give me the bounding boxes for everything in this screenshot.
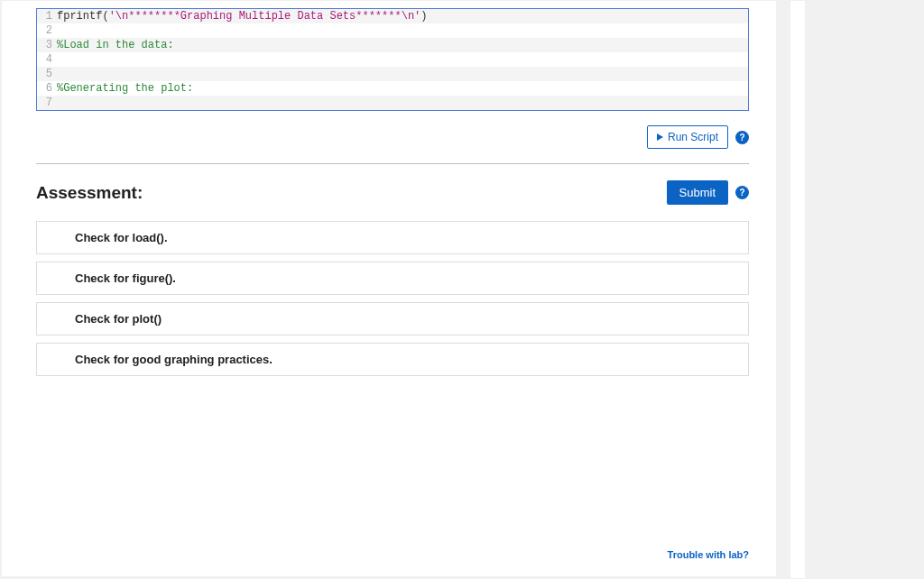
assessment-check-item[interactable]: Check for figure(). (36, 262, 749, 295)
trouble-with-lab-link[interactable]: Trouble with lab? (668, 549, 749, 560)
code-line[interactable]: 1fprintf('\n********Graphing Multiple Da… (37, 9, 748, 23)
line-number: 3 (37, 38, 57, 52)
code-text[interactable]: %Load in the data: (57, 38, 748, 52)
assessment-check-item[interactable]: Check for good graphing practices. (36, 343, 749, 376)
code-line[interactable]: 2 (37, 23, 748, 38)
code-text[interactable] (57, 23, 748, 38)
line-number: 2 (37, 23, 57, 38)
line-number: 4 (37, 52, 57, 67)
run-script-row: Run Script ? (36, 125, 749, 149)
code-editor[interactable]: 1fprintf('\n********Graphing Multiple Da… (36, 8, 749, 111)
code-line[interactable]: 4 (37, 52, 748, 67)
side-strip (790, 0, 806, 579)
code-line[interactable]: 5 (37, 67, 748, 81)
assessment-check-item[interactable]: Check for load(). (36, 221, 749, 254)
code-line[interactable]: 6%Generating the plot: (37, 81, 748, 96)
help-icon[interactable]: ? (735, 131, 749, 144)
code-text[interactable]: %Generating the plot: (57, 81, 748, 96)
code-line[interactable]: 3%Load in the data: (37, 38, 748, 52)
code-text[interactable] (57, 96, 748, 110)
assessment-check-item[interactable]: Check for plot() (36, 302, 749, 335)
code-text[interactable]: fprintf('\n********Graphing Multiple Dat… (57, 9, 748, 23)
code-line[interactable]: 7 (37, 96, 748, 110)
submit-area: Submit ? (667, 180, 749, 205)
assessment-header: Assessment: Submit ? (36, 180, 749, 205)
line-number: 7 (37, 96, 57, 110)
assessment-checks: Check for load().Check for figure().Chec… (36, 221, 749, 383)
line-number: 5 (37, 67, 57, 81)
run-script-button[interactable]: Run Script (647, 125, 728, 149)
main-panel: 1fprintf('\n********Graphing Multiple Da… (1, 0, 777, 577)
play-icon (657, 133, 663, 141)
assessment-title: Assessment: (36, 183, 143, 203)
code-text[interactable] (57, 67, 748, 81)
line-number: 6 (37, 81, 57, 96)
line-number: 1 (37, 9, 57, 23)
divider (36, 163, 749, 164)
code-text[interactable] (57, 52, 748, 67)
help-icon[interactable]: ? (735, 186, 749, 199)
run-script-label: Run Script (668, 131, 718, 143)
submit-button[interactable]: Submit (667, 180, 728, 205)
